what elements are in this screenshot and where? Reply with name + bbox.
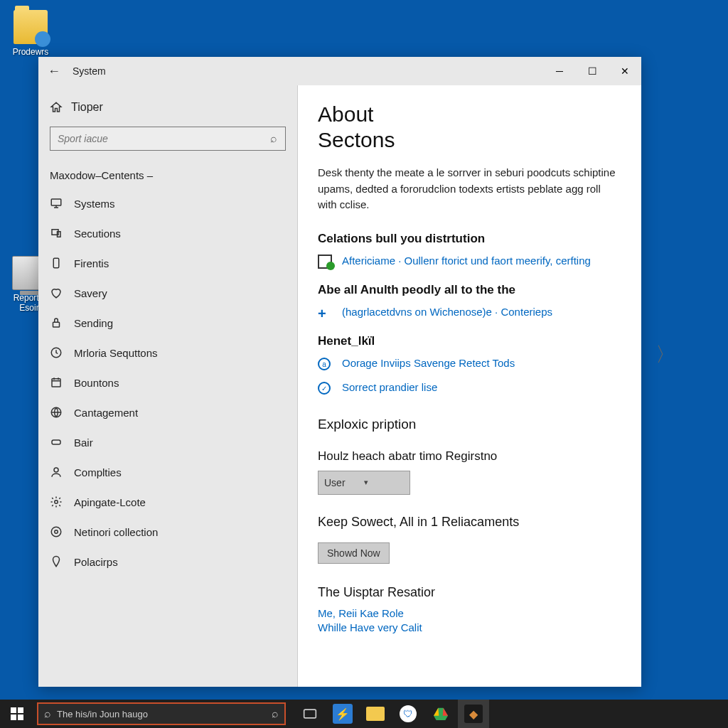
showd-now-button[interactable]: Showd Now [318,542,390,564]
taskbar-app-drive[interactable] [425,700,456,728]
sidebar-search-input[interactable] [50,133,262,144]
page-title: About [318,102,620,127]
sidebar-item-label: Firentis [74,257,109,269]
taskbar-app-blue[interactable]: ⚡ [327,700,358,728]
person-icon [50,466,63,478]
link-row[interactable]: Aftericiame · Oullenr ftorict und faort … [318,253,620,270]
sidebar-item-systems[interactable]: Systems [38,188,297,218]
sidebar-item-cantagement[interactable]: Cantagement [38,397,297,427]
taskbar-search-input[interactable] [57,709,272,719]
taskbar-app-security[interactable]: 🛡 [392,700,424,728]
taskbar-app-keyboard[interactable] [294,700,326,728]
search-icon: ⌕ [262,132,285,145]
sidebar-item-bair[interactable]: Bair [38,427,297,457]
monitor-icon [50,197,63,210]
minimize-button[interactable]: ─ [543,57,576,85]
user-dropdown[interactable]: User ▾ [318,471,410,495]
link-row[interactable]: ✓ Sorrect prandier lise [318,380,620,397]
svg-point-9 [54,468,58,472]
sidebar-item-label: Mrloria Sequttons [74,347,158,359]
home-label: Tioper [71,101,103,114]
sidebar-item-label: Bair [74,437,93,449]
taskbar-app-explorer[interactable] [360,700,391,728]
sidebar-item-label: Sending [74,317,113,329]
close-button[interactable]: ✕ [609,57,641,85]
svg-rect-4 [53,322,60,327]
taskbar-apps: ⚡ 🛡 ◆ [294,700,489,728]
related-link[interactable]: Whille Have very Calit [318,621,620,633]
rectangle-icon [50,436,63,449]
checkbox-verified-icon [318,255,333,270]
taskbar-app-active[interactable]: ◆ [458,700,489,728]
sidebar-search[interactable]: ⌕ [50,127,286,151]
svg-point-12 [55,530,58,534]
sidebar-item-polacirps[interactable]: Polacirps [38,547,297,577]
search-icon: ⌕ [272,707,279,720]
maximize-button[interactable]: ☐ [576,57,609,85]
link[interactable]: (hagrlacetdvns on Wichenose)e · Conterie… [342,304,552,319]
sidebar-item-complties[interactable]: Complties [38,457,297,487]
start-button[interactable] [0,700,34,728]
content-panel: About Sectons Desk thenty the meate a le… [297,85,641,687]
sidebar-item-label: Polacirps [74,556,118,568]
page-description: Desk thenty the meate a le sorrver in se… [318,165,620,213]
clock-icon [50,346,63,359]
section-title: Abe all Anulth peodly all to the the [318,283,620,297]
section-title: Celations bull you distrtution [318,232,620,246]
gear-overlay-icon [35,31,50,47]
home-link[interactable]: Tioper [50,97,286,118]
sidebar-item-firentis[interactable]: Firentis [38,248,297,278]
svg-point-10 [55,500,58,504]
plus-icon: + [318,306,333,321]
sidebar-section-label: Maxodow–Centents – [38,159,297,188]
section-title: The Uisptar Resatior [318,585,620,600]
related-link[interactable]: Me, Reii Kae Role [318,607,620,619]
taskbar-search[interactable]: ⌕ ⌕ [37,702,286,725]
app-icon: ⚡ [333,704,353,724]
sidebar-item-netinori[interactable]: Netinori collection [38,517,297,547]
drive-icon [433,707,449,721]
svg-rect-14 [304,710,316,718]
titlebar: ← System ─ ☐ ✕ [38,57,641,85]
sidebar-item-mrloria[interactable]: Mrloria Sequttons [38,338,297,368]
link[interactable]: Sorrect prandier lise [342,380,437,395]
app-icon: ◆ [464,705,483,723]
gear-icon [50,496,63,508]
sidebar-item-label: Apingate-Lcote [74,496,146,508]
sidebar-item-label: Bountons [74,377,119,389]
link-row[interactable]: + (hagrlacetdvns on Wichenose)e · Conter… [318,304,620,321]
keyboard-icon [303,708,317,719]
svg-rect-3 [53,258,59,268]
svg-point-11 [51,527,61,537]
page-subtitle: Sectons [318,128,620,152]
sidebar-item-bountons[interactable]: Bountons [38,368,297,397]
section-title: Keep Sowect, All in 1 Reliacaments [318,515,620,530]
calendar-icon [50,376,63,389]
sidebar-item-apingate[interactable]: Apingate-Lcote [38,487,297,517]
back-button[interactable]: ← [38,64,70,79]
section-title: Exploxic pription [318,417,620,432]
desktop-icon-folder[interactable]: Prodewrs [6,10,55,57]
sidebar-item-label: Netinori collection [74,526,158,538]
sidebar-item-savery[interactable]: Savery [38,278,297,308]
home-icon [50,101,63,114]
section-title: Henet_lkïl [318,334,620,348]
circle-a-icon: a [318,357,333,373]
sidebar-item-label: Secutions [74,228,121,240]
heart-icon [50,287,63,299]
link[interactable]: Oorage Inviips Savenge Retect Tods [342,355,515,370]
link[interactable]: Aftericiame · Oullenr ftorict und faort … [342,253,591,268]
phone-icon [50,257,63,269]
next-arrow[interactable]: 〉 [655,341,675,368]
sidebar-item-sending[interactable]: Sending [38,308,297,338]
devices-icon [50,227,63,240]
window-title: System [70,65,543,77]
svg-rect-0 [51,199,61,205]
pin-icon [50,555,63,568]
link-row[interactable]: a Oorage Inviips Savenge Retect Tods [318,355,620,373]
chevron-down-icon: ▾ [364,478,404,487]
sidebar-item-label: Savery [74,287,107,299]
sidebar-item-secutions[interactable]: Secutions [38,218,297,248]
circle-check-icon: ✓ [318,381,333,397]
search-icon: ⌕ [44,707,51,720]
